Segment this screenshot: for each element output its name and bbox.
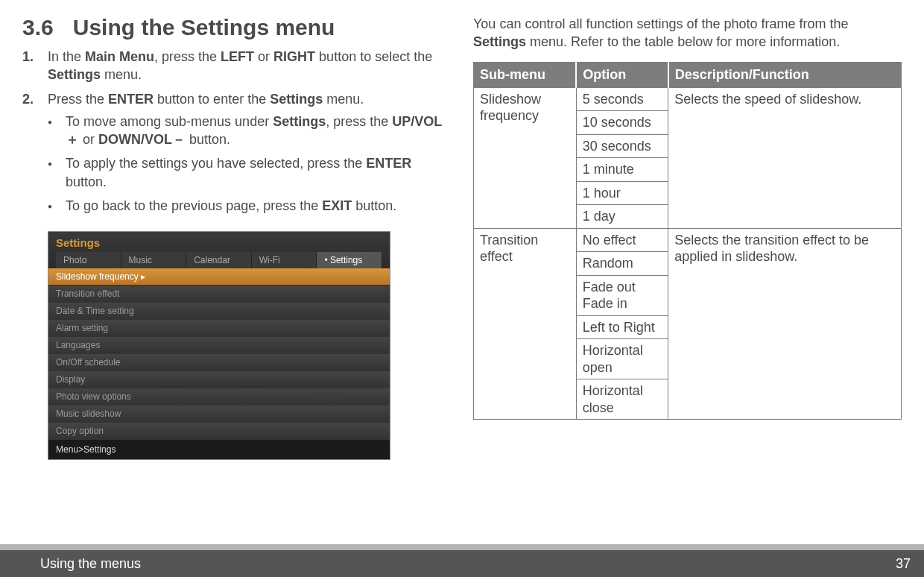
step-1: 1. In the Main Menu, press the LEFT or R… [22, 48, 451, 84]
shot-tab: Wi-Fi [252, 252, 317, 268]
table-row: Slideshow frequency 5 seconds Selects th… [474, 87, 902, 111]
th-submenu: Sub-menu [474, 62, 577, 87]
cell-option: 1 hour [576, 181, 668, 205]
cell-option: 30 seconds [576, 134, 668, 158]
th-option: Option [576, 62, 668, 87]
step-number: 2. [22, 90, 48, 221]
shot-row: Date & Time setting [48, 303, 390, 320]
section-title-text: Using the Settings menu [73, 15, 335, 40]
shot-row: Photo view options [48, 388, 390, 406]
page-footer: Using the menus 37 [0, 544, 924, 577]
th-desc: Description/Function [668, 62, 902, 87]
bullet-1: To move among sub-menus under Settings, … [48, 113, 451, 149]
step-body: In the Main Menu, press the LEFT or RIGH… [48, 48, 451, 84]
shot-list: Slideshow frequency Transition effedt Da… [48, 268, 390, 440]
shot-row: Music slideshow [48, 406, 390, 423]
cell-option: 1 day [576, 205, 668, 229]
shot-tab: Photo [56, 252, 121, 268]
cell-desc: Selects the speed of slideshow. [668, 87, 902, 228]
shot-tab: Music [121, 252, 187, 268]
shot-row: On/Off schedule [48, 354, 390, 371]
shot-row: Alarm setting [48, 320, 390, 337]
section-number: 3.6 [22, 15, 54, 40]
cell-option: 5 seconds [576, 87, 668, 111]
step-body: Press the ENTER button to enter the Sett… [48, 90, 451, 221]
cell-option: Left to Right [576, 315, 668, 339]
shot-row: Languages [48, 337, 390, 354]
shot-titlebar: Settings Photo Music Calendar Wi-Fi Sett… [48, 232, 390, 268]
shot-row: Transition effedt [48, 286, 390, 303]
shot-row: Copy option [48, 423, 390, 440]
step-2: 2. Press the ENTER button to enter the S… [22, 90, 451, 221]
cell-submenu: Slideshow frequency [474, 87, 577, 228]
table-row: Transition effect No effect Selects the … [474, 228, 902, 252]
settings-screenshot: Settings Photo Music Calendar Wi-Fi Sett… [48, 231, 390, 460]
shot-row-selected: Slideshow frequency [48, 268, 390, 286]
shot-tabs: Photo Music Calendar Wi-Fi Settings [56, 252, 382, 268]
sub-bullet-list: To move among sub-menus under Settings, … [48, 113, 451, 215]
cell-option: Horizontal open [576, 339, 668, 379]
section-heading: 3.6Using the Settings menu [22, 15, 451, 40]
settings-table: Sub-menu Option Description/Function Sli… [473, 62, 902, 420]
page-number: 37 [896, 556, 911, 572]
cell-option: 1 minute [576, 158, 668, 182]
shot-row: Display [48, 371, 390, 388]
shot-breadcrumb: Menu>Settings [48, 440, 390, 459]
cell-option: 10 seconds [576, 111, 668, 135]
shot-tab: Calendar [186, 252, 252, 268]
left-column: 3.6Using the Settings menu 1. In the Mai… [22, 15, 451, 522]
bullet-3: To go back to the previous page, press t… [48, 197, 451, 215]
cell-submenu: Transition effect [474, 228, 577, 420]
footer-section: Using the menus [40, 556, 141, 572]
shot-title: Settings [56, 235, 382, 252]
cell-option: Fade out Fade in [576, 275, 668, 315]
bullet-2: To apply the settings you have selected,… [48, 154, 451, 191]
cell-desc: Selects the transition effect to be appl… [668, 228, 902, 420]
shot-tab-active: Settings [317, 252, 382, 268]
right-column: You can control all function settings of… [473, 15, 902, 522]
cell-option: Horizontal close [576, 379, 668, 420]
step-list: 1. In the Main Menu, press the LEFT or R… [22, 48, 451, 221]
cell-option: Random [576, 252, 668, 276]
cell-option: No effect [576, 228, 668, 252]
intro-text: You can control all function settings of… [473, 15, 902, 51]
step-number: 1. [22, 48, 48, 84]
table-header-row: Sub-menu Option Description/Function [474, 62, 902, 87]
